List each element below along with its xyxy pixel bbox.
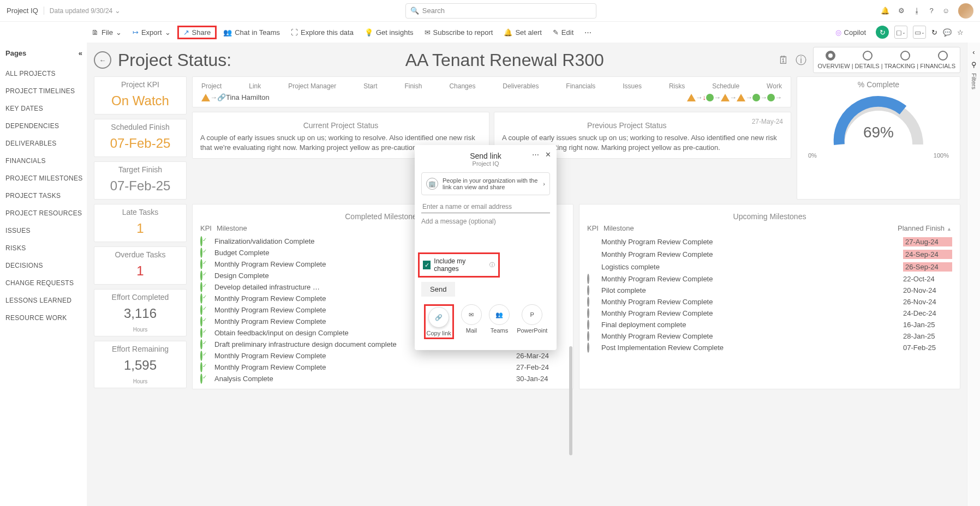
filters-label: Filters: [971, 73, 977, 89]
calendar-icon[interactable]: 🗓: [778, 54, 789, 67]
sidebar-item[interactable]: DELIVERABLES: [5, 135, 87, 152]
table-row[interactable]: Logistics complete26-Sep-24: [587, 261, 952, 273]
status-col: Schedule: [712, 82, 739, 90]
chevron-down-icon[interactable]: ⌄: [115, 7, 121, 15]
send-button[interactable]: Send: [421, 282, 455, 297]
status-col: Changes: [449, 82, 475, 90]
table-row[interactable]: Final deployment complete16-Jan-25: [587, 319, 952, 330]
table-row[interactable]: Monthly Program Review Complete24-Sep-24: [587, 248, 952, 261]
link-permissions[interactable]: 🏢 People in your organization with the l…: [421, 172, 550, 195]
table-row[interactable]: Monthly Program Review Complete24-Dec-24: [587, 308, 952, 319]
ms-name: Monthly Program Review Complete: [214, 352, 516, 360]
mail-button[interactable]: ✉Mail: [461, 304, 482, 339]
perm-text: People in your organization with the lin…: [443, 177, 539, 190]
sidebar-item[interactable]: DECISIONS: [5, 257, 87, 274]
reset-icon[interactable]: ↻: [876, 26, 889, 39]
table-row[interactable]: Monthly Program Review Complete27-Aug-24: [587, 236, 952, 248]
notification-icon[interactable]: 🔔: [881, 7, 889, 15]
collapse-icon[interactable]: «: [79, 49, 82, 57]
radio-tracking[interactable]: [900, 51, 910, 61]
sidebar-item[interactable]: PROJECT MILESTONES: [5, 170, 87, 187]
radio-details[interactable]: [863, 51, 873, 61]
sidebar-item[interactable]: PROJECT RESOURCES: [5, 204, 87, 222]
view-nav[interactable]: OVERVIEW | DETAILS | TRACKING | FINANCIA…: [813, 47, 960, 73]
table-row[interactable]: Monthly Program Review Complete26-Mar-24: [200, 350, 565, 362]
include-changes-checkbox[interactable]: ✓ Include my changes ⓘ: [418, 252, 500, 278]
pencil-icon: ✎: [553, 28, 559, 37]
edit-button[interactable]: ✎Edit: [548, 26, 578, 39]
help-icon[interactable]: ?: [929, 7, 933, 15]
refresh-icon[interactable]: ↻: [931, 28, 937, 37]
check-icon: [200, 259, 202, 269]
table-row[interactable]: Pilot complete20-Nov-24: [587, 285, 952, 296]
subscribe-button[interactable]: ✉Subscribe to report: [420, 26, 498, 39]
sidebar-item[interactable]: CHANGE REQUESTS: [5, 274, 87, 292]
link-icon: 🔗: [435, 314, 443, 321]
export-menu[interactable]: ↦Export⌄: [128, 26, 175, 39]
search-input[interactable]: 🔍 Search: [405, 3, 596, 19]
col-planned-finish[interactable]: Planned Finish▲: [898, 224, 952, 232]
copilot-button[interactable]: ◎Copilot: [831, 26, 870, 39]
comment-icon[interactable]: 💬: [943, 28, 952, 37]
sidebar-item[interactable]: LESSONS LEARNED: [5, 292, 87, 309]
copy-link-button[interactable]: 🔗Copy link: [424, 304, 454, 339]
view-icon[interactable]: ▭⌄: [913, 26, 926, 39]
expand-icon[interactable]: ‹: [972, 48, 975, 56]
insights-button[interactable]: 💡Get insights: [360, 26, 418, 39]
sidebar-item[interactable]: PROJECT TASKS: [5, 187, 87, 204]
sidebar-item[interactable]: KEY DATES: [5, 100, 87, 117]
ms-name: Monthly Program Review Complete: [601, 250, 903, 258]
download-icon[interactable]: ⭳: [913, 7, 921, 15]
sidebar-item[interactable]: ISSUES: [5, 222, 87, 239]
message-input[interactable]: Add a message (optional): [421, 218, 550, 225]
scrollbar-thumb[interactable]: [569, 346, 572, 455]
favorite-icon[interactable]: ☆: [957, 28, 964, 37]
bookmark-icon[interactable]: ◻⌄: [894, 26, 907, 39]
table-row[interactable]: Analysis Complete30-Jan-24: [200, 373, 565, 384]
info-icon[interactable]: ⓘ: [796, 53, 806, 68]
check-icon: [200, 236, 202, 246]
col-milestone-u[interactable]: Milestone: [603, 224, 898, 232]
col-kpi[interactable]: KPI: [200, 224, 217, 232]
table-row[interactable]: Monthly Program Review Complete22-Oct-24: [587, 273, 952, 285]
sidebar-item[interactable]: RISKS: [5, 239, 87, 257]
more-menu[interactable]: ⋯: [580, 26, 596, 39]
avatar[interactable]: [958, 3, 973, 19]
back-button[interactable]: ←: [94, 51, 111, 69]
filters-rail[interactable]: ‹ ⚲ Filters: [967, 43, 980, 506]
dialog-more-icon[interactable]: ⋯: [532, 150, 539, 159]
status-col: Deliverables: [503, 82, 539, 90]
deliverables-kpi-icon: [687, 94, 696, 101]
link-icon[interactable]: 🔗: [217, 93, 226, 101]
ms-date: 30-Jan-24: [516, 375, 565, 383]
dialog-close-icon[interactable]: ✕: [545, 150, 551, 159]
send-link-dialog: ⋯ ✕ Send link Project IQ 🏢 People in you…: [415, 145, 557, 350]
radio-overview[interactable]: [826, 51, 835, 61]
powerpoint-button[interactable]: PPowerPoint: [517, 304, 547, 339]
sidebar-item[interactable]: DEPENDENCIES: [5, 117, 87, 135]
table-row[interactable]: Monthly Program Review Complete27-Feb-24: [200, 362, 565, 373]
circle-icon: [587, 342, 589, 353]
table-row[interactable]: Monthly Program Review Complete26-Nov-24: [587, 296, 952, 308]
table-row[interactable]: Post Implementation Review Complete07-Fe…: [587, 342, 952, 353]
bulb-icon: 💡: [364, 28, 373, 37]
share-button[interactable]: ↗Share: [177, 26, 217, 39]
teams-button[interactable]: 👥Teams: [489, 304, 510, 339]
settings-icon[interactable]: ⚙: [898, 7, 905, 15]
table-row[interactable]: Monthly Program Review Complete28-Jan-25: [587, 330, 952, 342]
sidebar-item[interactable]: ALL PROJECTS: [5, 65, 87, 82]
radio-financials[interactable]: [938, 51, 948, 61]
file-menu[interactable]: 🗎File⌄: [87, 26, 126, 39]
recipient-input[interactable]: Enter a name or email address: [421, 201, 550, 213]
effc-title: Effort Completed: [94, 290, 186, 305]
sidebar-item[interactable]: PROJECT TIMELINES: [5, 82, 87, 100]
col-kpi-u[interactable]: KPI: [587, 224, 603, 232]
search-icon: 🔍: [410, 7, 419, 15]
smiley-icon[interactable]: ☺: [942, 7, 949, 15]
info-icon[interactable]: ⓘ: [489, 261, 495, 269]
alert-button[interactable]: 🔔Set alert: [499, 26, 546, 39]
explore-button[interactable]: ⛶Explore this data: [286, 26, 358, 39]
chat-teams-button[interactable]: 👥Chat in Teams: [219, 26, 284, 39]
sidebar-item[interactable]: RESOURCE WORK: [5, 309, 87, 327]
sidebar-item[interactable]: FINANCIALS: [5, 152, 87, 170]
